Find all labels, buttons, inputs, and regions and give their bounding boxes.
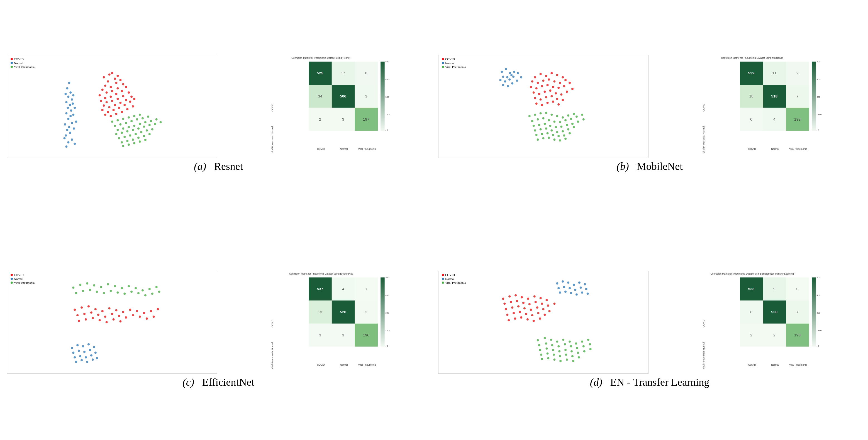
svg-text:525: 525 (317, 71, 323, 75)
normal-dot-tl (442, 278, 444, 280)
svg-point-80 (133, 115, 135, 117)
svg-point-205 (556, 98, 558, 100)
svg-text:Viral Pneumonia: Viral Pneumonia (789, 363, 807, 366)
svg-point-168 (507, 85, 509, 87)
scatter-efficientnet: COVID Normal Viral Pneumonia (7, 271, 217, 374)
svg-text:198: 198 (794, 333, 801, 337)
covid-label-tl: COVID (445, 273, 455, 277)
svg-text:COVID: COVID (748, 147, 756, 150)
svg-point-349 (112, 318, 115, 320)
svg-point-73 (121, 111, 123, 113)
svg-text:18: 18 (749, 94, 753, 98)
confusion-svg-mobilenet: Confusion Matrix for Pneumonia Dataset u… (651, 55, 861, 158)
svg-point-312 (117, 291, 119, 293)
svg-point-491 (541, 358, 543, 360)
svg-text:6: 6 (750, 310, 752, 314)
legend-item-viral-tl: Viral Pneumonia (442, 281, 466, 284)
svg-point-480 (570, 350, 573, 352)
svg-text:- 0: - 0 (817, 344, 819, 347)
svg-point-328 (136, 310, 138, 312)
svg-point-228 (570, 118, 572, 120)
svg-point-96 (155, 118, 158, 120)
svg-text:4: 4 (773, 117, 776, 121)
svg-point-414 (564, 290, 567, 293)
svg-point-352 (76, 344, 79, 346)
svg-point-420 (508, 295, 510, 297)
svg-point-437 (511, 306, 514, 309)
legend-item-normal-m: Normal (442, 61, 466, 65)
scatter-svg-entl (438, 271, 648, 373)
caption-letter-entl: (d) (590, 376, 602, 388)
svg-text:506: 506 (340, 94, 346, 98)
svg-point-176 (556, 74, 558, 76)
svg-point-417 (581, 291, 583, 293)
svg-point-101 (137, 127, 140, 129)
svg-point-46 (104, 97, 106, 99)
legend-item-viral-m: Viral Pneumonia (442, 65, 466, 68)
svg-point-175 (551, 72, 553, 74)
svg-point-296 (93, 284, 95, 286)
svg-point-89 (117, 129, 119, 131)
caption-mobilenet: (b) MobileNet (616, 160, 682, 172)
svg-point-311 (110, 290, 112, 292)
svg-point-336 (104, 316, 106, 318)
covid-dot-tl (442, 274, 444, 276)
svg-point-306 (75, 292, 77, 294)
svg-point-476 (546, 347, 548, 349)
svg-point-232 (538, 124, 540, 126)
svg-point-433 (541, 303, 543, 305)
svg-point-25 (63, 137, 65, 139)
svg-point-179 (537, 82, 539, 84)
svg-point-475 (539, 349, 541, 351)
svg-point-324 (108, 307, 111, 309)
covid-dot-e (10, 274, 13, 276)
svg-point-13 (65, 112, 67, 114)
svg-point-357 (78, 349, 80, 352)
svg-point-86 (136, 118, 138, 120)
panel-entl-content: COVID Normal Viral Pneumonia (438, 271, 861, 374)
svg-text:COVID: COVID (748, 363, 756, 366)
svg-point-198 (560, 93, 562, 96)
svg-point-323 (101, 310, 104, 312)
svg-point-366 (75, 360, 77, 363)
svg-text:500: 500 (817, 276, 820, 279)
svg-point-77 (117, 119, 119, 121)
svg-point-218 (562, 116, 564, 118)
svg-text:COVID: COVID (271, 320, 274, 327)
svg-point-302 (134, 287, 137, 289)
panel-efficientnet: COVID Normal Viral Pneumonia (3, 269, 434, 389)
svg-point-356 (72, 351, 74, 354)
svg-text:Normal: Normal (703, 126, 705, 134)
svg-text:Confusion Matrix for Pneumonia: Confusion Matrix for Pneumonia Dataset u… (721, 56, 783, 59)
confusion-resnet: Confusion Matrix for Pneumonia Dataset u… (220, 55, 430, 158)
svg-text:7: 7 (797, 94, 799, 98)
svg-point-37 (110, 86, 112, 88)
svg-point-347 (99, 319, 101, 321)
svg-text:2: 2 (365, 310, 367, 314)
scatter-resnet: COVID Normal Viral Pneumonia (7, 55, 217, 158)
svg-point-23 (65, 134, 67, 136)
svg-point-41 (105, 91, 108, 94)
svg-point-118 (149, 133, 151, 135)
normal-label-m: Normal (445, 61, 455, 65)
svg-point-495 (566, 358, 568, 360)
svg-point-225 (553, 120, 555, 123)
svg-point-494 (559, 360, 562, 362)
svg-point-209 (546, 102, 549, 104)
svg-point-496 (572, 360, 575, 362)
svg-point-87 (142, 117, 144, 119)
legend-item-normal: Normal (10, 61, 35, 65)
svg-point-165 (512, 75, 515, 78)
svg-point-180 (542, 80, 545, 82)
normal-label-e: Normal (14, 277, 23, 280)
normal-label: Normal (14, 61, 23, 65)
svg-text:- 0: - 0 (385, 129, 388, 131)
confusion-mobilenet: Confusion Matrix for Pneumonia Dataset u… (651, 55, 861, 158)
svg-point-26 (71, 138, 73, 140)
legend-efficientnet: COVID Normal Viral Pneumonia (10, 273, 35, 285)
svg-point-419 (502, 297, 504, 300)
svg-point-474 (589, 343, 591, 345)
svg-point-162 (499, 79, 501, 81)
svg-point-82 (114, 124, 116, 127)
svg-point-468 (551, 344, 553, 346)
